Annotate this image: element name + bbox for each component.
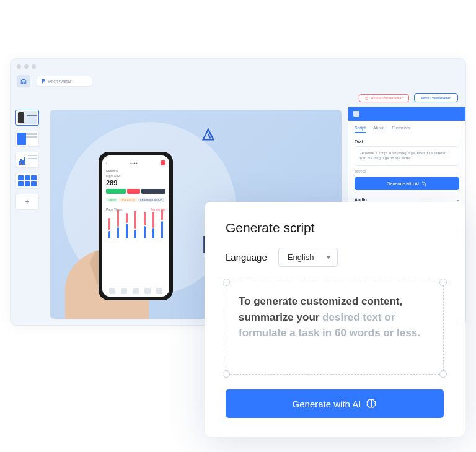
home-button[interactable] — [17, 75, 30, 87]
window-maximize-icon[interactable] — [32, 64, 36, 69]
svg-point-0 — [423, 183, 426, 185]
window-titlebar — [11, 59, 465, 74]
resize-handle-bl[interactable] — [223, 370, 230, 378]
delete-presentation-button[interactable]: Delete Presentation — [359, 94, 409, 102]
generate-with-ai-button[interactable]: Generate with AI — [226, 389, 444, 418]
slide-thumb-2[interactable] — [15, 131, 39, 147]
language-label: Language — [226, 252, 267, 263]
app-name-field[interactable]: Pitch Avatar — [37, 76, 92, 87]
phone-progress-bars — [106, 189, 165, 194]
ai-brain-icon — [366, 398, 377, 409]
tab-script[interactable]: Script — [355, 126, 366, 133]
home-icon — [20, 78, 27, 84]
slide-logo-icon — [201, 128, 215, 144]
prompt-placeholder: To generate customized content, summariz… — [239, 293, 431, 341]
inspector-icon[interactable] — [353, 111, 359, 117]
phone-legend: ONLINE NEW VISITOR RETURNING VISITOR — [106, 198, 165, 202]
collapse-audio-icon[interactable]: – — [457, 198, 459, 202]
phone-bottom-nav — [106, 285, 165, 294]
script-text-input[interactable]: Generate a script in any language, even … — [355, 146, 459, 166]
phone-section-realtime: Realtime — [106, 169, 165, 173]
ai-icon — [421, 181, 427, 186]
resize-handle-tl[interactable] — [223, 279, 230, 286]
phone-metric-value: 289 — [106, 179, 165, 186]
action-row: Delete Presentation Save Presentation — [11, 89, 465, 107]
phone-metric-label: Right Now — [106, 174, 165, 178]
phone-screen: ‹ ●●●● Realtime Right Now 289 ON — [102, 155, 169, 297]
tab-elements[interactable]: Elements — [392, 126, 410, 133]
generate-ai-button-small[interactable]: Generate with AI — [355, 177, 459, 190]
slide-thumb-1[interactable] — [15, 110, 39, 126]
app-toolbar: Pitch Avatar — [11, 74, 465, 89]
hand-holding-phone: ‹ ●●●● Realtime Right Now 289 ON — [53, 146, 214, 319]
svg-point-1 — [422, 182, 423, 183]
window-minimize-icon[interactable] — [24, 64, 29, 69]
phone-mockup: ‹ ●●●● Realtime Right Now 289 ON — [99, 152, 173, 300]
save-presentation-button[interactable]: Save Presentation — [414, 93, 458, 102]
audio-section-label: Audio — [355, 198, 367, 202]
phone-action-icon — [161, 160, 165, 165]
chevron-down-icon: ▼ — [325, 254, 331, 261]
char-counter: 76/2000 — [355, 170, 459, 173]
inspector-header — [348, 107, 465, 121]
slide-thumbnails: + — [15, 107, 44, 325]
resize-handle-br[interactable] — [439, 370, 447, 378]
collapse-icon[interactable]: – — [457, 139, 459, 144]
modal-title: Generate script — [226, 220, 444, 235]
brand-logo-icon — [41, 79, 46, 84]
phone-bar-chart — [106, 214, 165, 238]
app-name-text: Pitch Avatar — [48, 79, 71, 84]
prompt-input[interactable]: To generate customized content, summariz… — [226, 282, 444, 375]
text-section-label: Text — [355, 139, 363, 144]
generate-script-modal: Generate script Language English ▼ To ge… — [205, 202, 465, 437]
phone-back-icon: ‹ — [106, 161, 107, 165]
add-slide-button[interactable]: + — [15, 194, 39, 210]
svg-point-2 — [425, 185, 426, 186]
language-select[interactable]: English ▼ — [278, 248, 338, 267]
inspector-tabs: Script About Elements — [348, 121, 465, 137]
slide-thumb-4[interactable] — [15, 173, 39, 189]
slide-thumb-3[interactable] — [15, 152, 39, 168]
delete-label: Delete Presentation — [371, 96, 403, 100]
trash-icon — [364, 96, 369, 100]
tab-about[interactable]: About — [373, 126, 384, 133]
resize-handle-tr[interactable] — [439, 279, 447, 286]
window-close-icon[interactable] — [17, 64, 21, 69]
language-value: English — [288, 253, 314, 262]
